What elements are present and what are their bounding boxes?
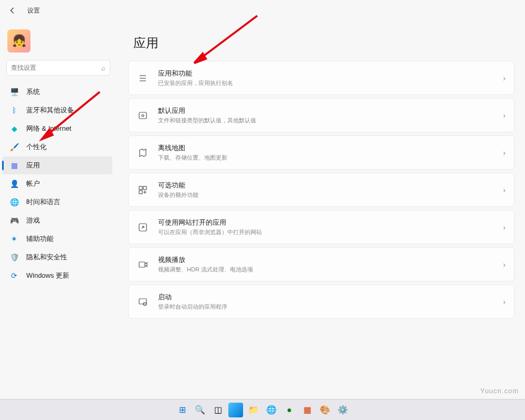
back-button[interactable] [6, 4, 19, 17]
main-content: 应用 应用和功能已安装的应用，应用执行别名 › 默认应用文件和链接类型的默认值，… [114, 21, 525, 399]
chevron-right-icon: › [503, 260, 506, 269]
sidebar-item-accounts[interactable]: 👤帐户 [2, 175, 112, 193]
sidebar-item-label: 个性化 [26, 142, 47, 152]
watermark: Yuucn.com [480, 387, 519, 395]
brush-icon: 🖌️ [9, 142, 19, 152]
chevron-right-icon: › [503, 149, 506, 157]
chevron-right-icon: › [503, 74, 506, 82]
sidebar-item-windows-update[interactable]: ⟳Windows 更新 [2, 267, 112, 285]
list-icon [137, 72, 149, 84]
card-desc: 设备的额外功能 [158, 191, 494, 199]
accessibility-icon: ✶ [9, 234, 19, 244]
card-optional-features[interactable]: 可选功能设备的额外功能 › [128, 173, 514, 207]
taskbar-search-icon[interactable]: 🔍 [193, 403, 207, 417]
wifi-icon: ◆ [9, 124, 19, 133]
card-title: 应用和功能 [158, 69, 494, 78]
card-title: 视频播放 [158, 255, 494, 265]
default-apps-icon [137, 110, 149, 121]
card-title: 可选功能 [158, 181, 494, 190]
card-apps-for-websites[interactable]: 可使用网站打开的应用可以在应用（而非浏览器）中打开的网站 › [128, 210, 514, 244]
person-icon: 👤 [9, 179, 19, 188]
sidebar-item-label: 网络 & Internet [26, 124, 71, 133]
taskbar-paint-icon[interactable]: 🎨 [318, 403, 332, 417]
card-desc: 文件和链接类型的默认值，其他默认值 [158, 117, 494, 124]
svg-rect-12 [139, 299, 146, 304]
sidebar-item-network[interactable]: ◆网络 & Internet [2, 120, 112, 138]
sidebar-item-system[interactable]: 🖥️系统 [2, 83, 112, 101]
card-offline-maps[interactable]: 离线地图下载、存储位置、地图更新 › [128, 135, 514, 170]
card-title: 默认应用 [158, 106, 494, 116]
chevron-right-icon: › [503, 298, 506, 306]
search-input[interactable] [11, 64, 101, 71]
update-icon: ⟳ [9, 271, 19, 280]
chevron-right-icon: › [503, 186, 506, 194]
card-startup[interactable]: 启动登录时自动启动的应用程序 › [128, 285, 514, 319]
taskbar-settings-icon[interactable]: ⚙️ [335, 403, 350, 417]
svg-rect-3 [139, 112, 146, 119]
card-title: 离线地图 [158, 143, 494, 153]
card-desc: 已安装的应用，应用执行别名 [158, 79, 494, 87]
sidebar-item-label: Windows 更新 [26, 271, 69, 280]
svg-rect-11 [139, 262, 145, 267]
card-desc: 视频调整、HDR 流式处理、电池选项 [158, 266, 494, 274]
taskbar-widgets-icon[interactable] [228, 403, 243, 417]
card-video-playback[interactable]: 视频播放视频调整、HDR 流式处理、电池选项 › [128, 247, 514, 281]
search-box[interactable]: ⌕ [6, 60, 110, 76]
taskbar-app-icon[interactable]: ● [282, 403, 297, 417]
avatar[interactable]: 👧 [7, 29, 30, 52]
window-title: 设置 [27, 6, 40, 15]
sidebar-item-privacy[interactable]: 🛡️隐私和安全性 [2, 248, 112, 266]
sidebar-item-label: 游戏 [26, 216, 40, 225]
sidebar-item-label: 辅助功能 [26, 234, 54, 244]
sidebar-item-bluetooth[interactable]: ᛒ蓝牙和其他设备 [2, 101, 112, 119]
grid-plus-icon [137, 184, 149, 196]
bluetooth-icon: ᛒ [9, 106, 19, 115]
display-icon: 🖥️ [9, 87, 19, 97]
sidebar-item-gaming[interactable]: 🎮游戏 [2, 212, 112, 229]
svg-rect-7 [139, 191, 142, 194]
svg-rect-5 [139, 186, 142, 190]
sidebar-item-personalization[interactable]: 🖌️个性化 [2, 138, 112, 156]
title-bar: 设置 [0, 0, 525, 21]
sidebar-item-label: 应用 [26, 161, 40, 170]
shield-icon: 🛡️ [9, 253, 19, 262]
taskbar[interactable]: ⊞ 🔍 ◫ 📁 🌐 ● ▦ 🎨 ⚙️ [0, 399, 525, 420]
card-desc: 登录时自动启动的应用程序 [158, 303, 494, 311]
page-title: 应用 [133, 35, 514, 51]
card-apps-features[interactable]: 应用和功能已安装的应用，应用执行别名 › [128, 61, 514, 95]
sidebar: 👧 ⌕ 🖥️系统 ᛒ蓝牙和其他设备 ◆网络 & Internet 🖌️个性化 ▦… [0, 21, 114, 399]
chevron-right-icon: › [503, 111, 506, 120]
sidebar-item-label: 蓝牙和其他设备 [26, 106, 74, 115]
sidebar-item-accessibility[interactable]: ✶辅助功能 [2, 230, 112, 248]
card-desc: 可以在应用（而非浏览器）中打开的网站 [158, 228, 494, 236]
card-default-apps[interactable]: 默认应用文件和链接类型的默认值，其他默认值 › [128, 98, 514, 132]
startup-icon [137, 296, 149, 308]
gamepad-icon: 🎮 [9, 216, 19, 225]
sidebar-item-time-language[interactable]: 🌐时间和语言 [2, 193, 112, 211]
apps-icon: ▦ [9, 161, 19, 170]
map-icon [137, 147, 149, 159]
sidebar-item-apps[interactable]: ▦应用 [2, 156, 112, 174]
sidebar-item-label: 系统 [26, 87, 40, 97]
card-title: 可使用网站打开的应用 [158, 218, 494, 227]
globe-icon: 🌐 [9, 197, 19, 207]
sidebar-item-label: 隐私和安全性 [26, 253, 67, 262]
sidebar-item-label: 帐户 [26, 179, 40, 188]
video-icon [137, 259, 149, 270]
svg-rect-6 [143, 186, 146, 190]
taskbar-taskview-icon[interactable]: ◫ [211, 403, 225, 417]
search-icon: ⌕ [101, 64, 106, 72]
taskbar-chrome-icon[interactable]: 🌐 [264, 403, 279, 417]
taskbar-start-icon[interactable]: ⊞ [175, 403, 190, 417]
taskbar-office-icon[interactable]: ▦ [300, 403, 314, 417]
chevron-right-icon: › [503, 223, 506, 232]
launch-icon [137, 222, 149, 233]
card-desc: 下载、存储位置、地图更新 [158, 154, 494, 162]
taskbar-explorer-icon[interactable]: 📁 [246, 403, 261, 417]
sidebar-item-label: 时间和语言 [26, 197, 60, 207]
svg-point-4 [142, 114, 144, 117]
card-title: 启动 [158, 292, 494, 302]
